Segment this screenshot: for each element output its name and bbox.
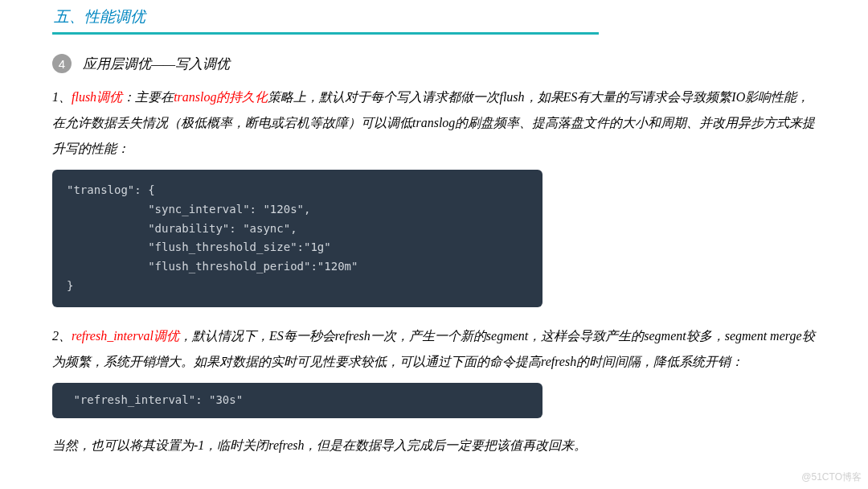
- paragraph-1: 1、flush调优：主要在translog的持久化策略上，默认对于每个写入请求都…: [52, 84, 816, 162]
- paragraph-3: 当然，也可以将其设置为-1，临时关闭refresh，但是在数据导入完成后一定要把…: [52, 433, 816, 458]
- slide-content: 五、性能调优 4 应用层调优——写入调优 1、flush调优：主要在transl…: [0, 0, 868, 458]
- p1-keyword-flush: flush调优: [72, 90, 122, 104]
- watermark: @51CTO博客: [801, 471, 862, 484]
- section-heading: 4 应用层调优——写入调优: [52, 54, 816, 73]
- paragraph-2: 2、refresh_interval调优，默认情况下，ES每一秒会refresh…: [52, 323, 816, 375]
- code-block-1: "translog": { "sync_interval": "120s", "…: [52, 170, 542, 307]
- p1-text-1: ：主要在: [122, 90, 174, 104]
- slide-header: 五、性能调优: [52, 6, 816, 35]
- header-title: 五、性能调优: [52, 6, 816, 27]
- p2-prefix: 2、: [52, 329, 72, 343]
- section-number-badge: 4: [52, 54, 72, 73]
- p1-prefix: 1、: [52, 90, 72, 104]
- section-title: 应用层调优——写入调优: [83, 55, 230, 73]
- header-underline: [52, 32, 599, 35]
- p1-keyword-translog: translog的持久化: [174, 90, 268, 104]
- code-block-2: "refresh_interval": "30s": [52, 383, 542, 418]
- p2-keyword-refresh: refresh_interval调优: [72, 329, 179, 343]
